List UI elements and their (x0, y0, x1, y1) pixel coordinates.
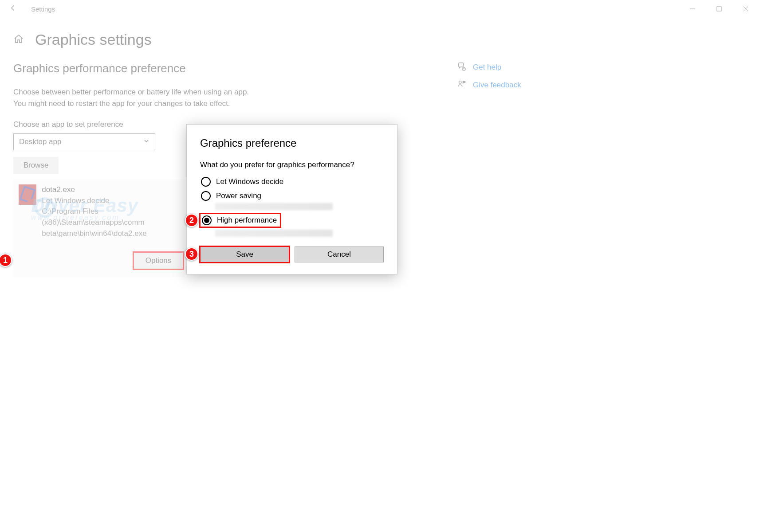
graphics-preference-dialog: Graphics preference What do you prefer f… (186, 124, 397, 274)
radio-icon (201, 191, 211, 201)
gpu-name-blurred (215, 230, 333, 237)
radio-let-windows-decide[interactable]: Let Windows decide (200, 175, 384, 189)
radio-power-saving[interactable]: Power saving (200, 189, 384, 203)
radio-icon (201, 177, 211, 187)
radio-label: Power saving (216, 192, 261, 200)
save-button[interactable]: Save (200, 246, 289, 262)
radio-icon-selected (202, 215, 212, 225)
cancel-button[interactable]: Cancel (295, 246, 384, 262)
annotation-badge: 2 (185, 214, 198, 227)
annotation-badge: 3 (185, 247, 198, 261)
dialog-question: What do you prefer for graphics performa… (200, 160, 384, 169)
radio-label: Let Windows decide (216, 177, 283, 186)
radio-label: High performance (217, 216, 277, 225)
dialog-title: Graphics preference (200, 137, 384, 149)
gpu-name-blurred (215, 203, 333, 210)
radio-high-performance[interactable]: High performance (200, 214, 280, 227)
